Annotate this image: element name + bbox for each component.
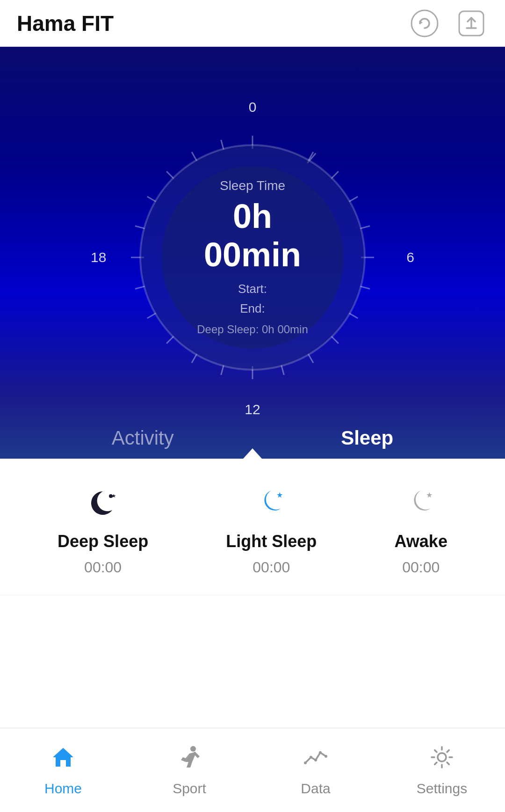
light-sleep-value: 00:00 [252, 559, 290, 576]
stat-awake: Awake 00:00 [395, 487, 447, 576]
sport-icon [176, 744, 202, 776]
header-actions [408, 7, 488, 40]
deep-sleep-summary: Deep Sleep: 0h 00min [185, 323, 320, 337]
bottom-navigation: Home Sport Data [0, 728, 505, 812]
settings-icon [429, 744, 455, 776]
sleep-time-label: Sleep Time [185, 178, 320, 193]
data-icon [303, 744, 329, 776]
deep-sleep-value: 00:00 [84, 559, 122, 576]
svg-point-37 [325, 755, 327, 758]
refresh-button[interactable] [408, 7, 441, 40]
nav-data[interactable]: Data [252, 744, 379, 797]
home-icon [50, 744, 76, 776]
svg-point-35 [314, 759, 317, 761]
svg-point-34 [310, 756, 312, 759]
svg-point-29 [109, 494, 113, 498]
nav-sport[interactable]: Sport [126, 744, 252, 797]
clock-center-content: Sleep Time 0h 00min Start: End: Deep Sle… [185, 178, 320, 336]
deep-sleep-icon [87, 487, 119, 524]
tab-sleep[interactable]: Sleep [341, 427, 393, 449]
nav-settings-label: Settings [417, 781, 467, 797]
stat-deep-sleep: Deep Sleep 00:00 [58, 487, 148, 576]
dial-label-left: 18 [91, 249, 106, 265]
nav-home-label: Home [44, 781, 82, 797]
svg-point-38 [438, 753, 446, 761]
awake-label: Awake [395, 532, 447, 551]
light-sleep-label: Light Sleep [226, 532, 317, 551]
light-sleep-icon [255, 487, 288, 524]
nav-home[interactable]: Home [0, 744, 126, 797]
svg-point-33 [304, 761, 307, 764]
tab-activity[interactable]: Activity [112, 427, 174, 449]
dial-label-right: 6 [406, 249, 414, 265]
deep-sleep-label: Deep Sleep [58, 532, 148, 551]
nav-data-label: Data [301, 781, 330, 797]
sleep-section: 0 6 12 18 Sleep Time 0h 00min Start: End… [0, 47, 505, 459]
sleep-time-value: 0h 00min [185, 197, 320, 274]
sleep-stats-section: Deep Sleep 00:00 Light Sleep 00:00 Awake… [0, 459, 505, 595]
svg-marker-31 [426, 492, 432, 498]
svg-point-32 [190, 746, 196, 752]
dial-label-top: 0 [249, 99, 257, 115]
awake-value: 00:00 [402, 559, 440, 576]
sleep-start-label: Start: End: [185, 279, 320, 318]
svg-point-36 [319, 751, 322, 754]
top-bar: Hama FIT [0, 0, 505, 47]
clock-dial-container: 0 6 12 18 Sleep Time 0h 00min Start: End… [117, 122, 388, 393]
stat-light-sleep: Light Sleep 00:00 [226, 487, 317, 576]
nav-settings[interactable]: Settings [379, 744, 505, 797]
awake-icon [404, 487, 437, 524]
svg-point-0 [411, 10, 438, 37]
content-spacer [0, 595, 505, 745]
nav-sport-label: Sport [173, 781, 206, 797]
sleep-tabs: Activity Sleep [0, 414, 505, 459]
app-title: Hama FIT [17, 11, 114, 36]
share-button[interactable] [454, 7, 488, 40]
tab-indicator [243, 448, 262, 459]
svg-marker-30 [277, 492, 283, 498]
